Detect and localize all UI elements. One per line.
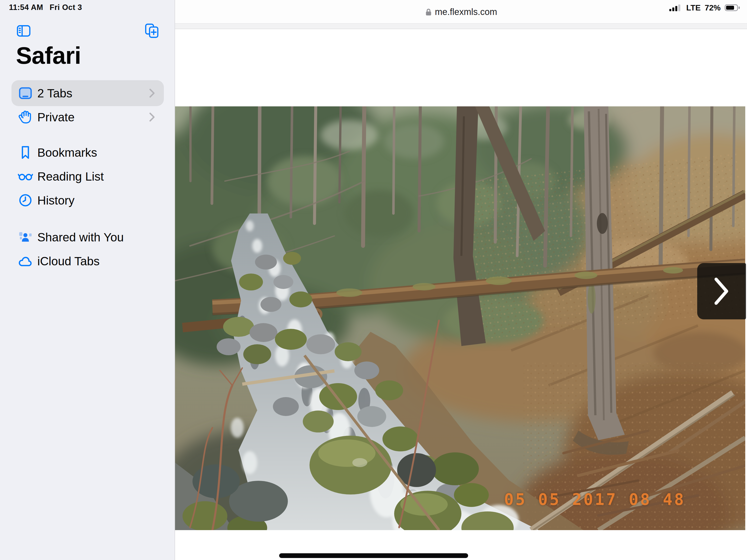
url-text: me.flexmls.com — [435, 7, 497, 17]
sidebar-item-label: Shared with You — [37, 230, 124, 244]
forest-stream-image — [175, 106, 745, 530]
sidebar-item-reading-list[interactable]: Reading List — [11, 164, 164, 188]
browser-top-bar: me.flexmls.com LTE 72% — [175, 0, 747, 24]
listing-photo[interactable]: 05 05 2017 08 48 — [175, 106, 745, 530]
status-bar-left: 11:54 AM Fri Oct 3 — [9, 3, 82, 12]
status-time: 11:54 AM — [9, 3, 43, 12]
people-icon — [18, 229, 33, 245]
status-bar-right: LTE 72% — [669, 0, 741, 16]
new-tab-plus-icon — [145, 23, 159, 39]
cellular-signal-icon — [669, 4, 682, 12]
next-chevron-icon — [714, 277, 729, 306]
sidebar-item-label: Private — [37, 110, 74, 124]
sidebar-item-icloud-tabs[interactable]: iCloud Tabs — [11, 249, 164, 273]
sidebar-title: Safari — [16, 42, 81, 69]
cloud-icon — [18, 253, 33, 269]
sidebar-item-history[interactable]: History — [11, 188, 164, 212]
bookmark-icon — [18, 145, 33, 160]
battery-icon — [725, 4, 741, 12]
toggle-sidebar-button[interactable] — [16, 23, 31, 39]
sidebar-item-label: Bookmarks — [37, 146, 97, 159]
sidebar-item-label: 2 Tabs — [37, 86, 73, 100]
clock-icon — [18, 192, 33, 208]
page-header-strip — [175, 24, 747, 29]
sidebar-toggle-icon — [16, 24, 31, 38]
browser-content-area: me.flexmls.com LTE 72% — [175, 0, 747, 560]
sidebar-item-label: Reading List — [37, 170, 104, 183]
lock-icon — [425, 7, 432, 17]
safari-sidebar: 11:54 AM Fri Oct 3 Safari 2 Tabs — [0, 0, 175, 560]
address-bar[interactable]: me.flexmls.com — [425, 0, 497, 24]
photo-timestamp: 05 05 2017 08 48 — [504, 490, 686, 509]
tab-icon — [18, 85, 33, 101]
sidebar-item-shared-with-you[interactable]: Shared with You — [11, 225, 164, 249]
new-tab-button[interactable] — [145, 23, 160, 39]
sidebar-item-label: History — [37, 194, 74, 207]
status-date: Fri Oct 3 — [50, 3, 82, 12]
sidebar-item-tabs[interactable]: 2 Tabs — [11, 80, 164, 106]
glasses-icon — [18, 169, 33, 184]
battery-percent: 72% — [705, 3, 721, 12]
carrier-label: LTE — [686, 3, 701, 12]
hand-icon — [18, 109, 33, 125]
chevron-right-icon — [149, 112, 155, 122]
sidebar-item-bookmarks[interactable]: Bookmarks — [11, 141, 164, 164]
sidebar-item-private[interactable]: Private — [11, 105, 164, 129]
sidebar-item-label: iCloud Tabs — [37, 254, 100, 268]
chevron-right-icon — [149, 88, 155, 98]
next-photo-button[interactable] — [697, 263, 746, 320]
home-indicator[interactable] — [279, 553, 468, 558]
